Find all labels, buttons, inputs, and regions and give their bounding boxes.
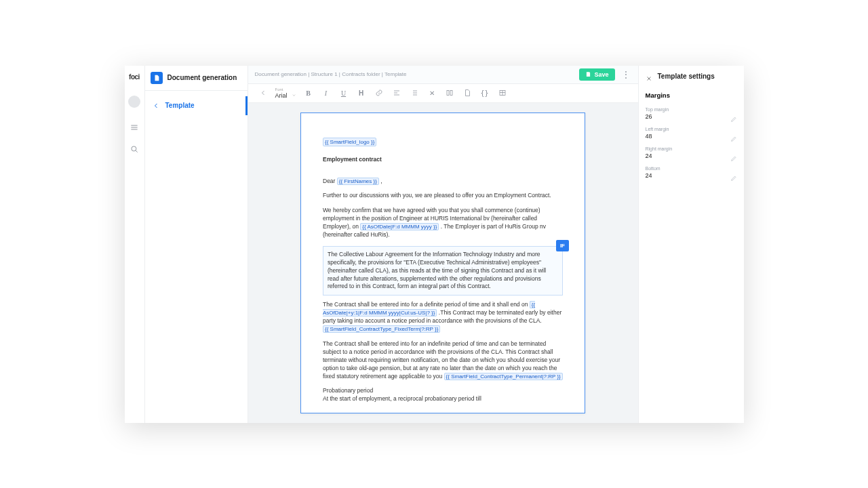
font-label: Font [275, 87, 296, 92]
list-button[interactable] [409, 87, 420, 98]
prev-font-icon[interactable] [258, 87, 269, 98]
menu-icon[interactable] [130, 123, 139, 132]
font-value: Arial [275, 92, 288, 99]
italic-button[interactable]: I [321, 87, 332, 98]
underline-button[interactable]: U [338, 87, 349, 98]
more-menu-icon[interactable]: ⋮ [620, 70, 631, 79]
sidebar-header: Document generation [145, 66, 248, 91]
heading-button[interactable]: H [356, 87, 367, 98]
icon-rail: foci [125, 66, 145, 423]
document-title[interactable]: Employment contract [323, 156, 563, 164]
panel-header: Template settings [639, 66, 744, 87]
svg-rect-1 [447, 91, 449, 96]
center-area: Document generation | Structure 1 | Cont… [248, 66, 638, 423]
svg-rect-2 [450, 91, 452, 96]
conditional-block[interactable]: IF The Collective Labour Agreement for t… [323, 246, 563, 296]
chevron-down-icon [292, 93, 296, 98]
editor-canvas[interactable]: {{ SmartField_logo }} Employment contrac… [248, 103, 638, 423]
panel-title: Template settings [658, 73, 715, 80]
sidebar-title: Document generation [167, 74, 237, 81]
page-button[interactable] [462, 87, 473, 98]
clear-button[interactable]: ✕ [427, 87, 437, 98]
smartfield-firstnames[interactable]: {{ FirstNames }} [337, 178, 379, 185]
smartfield-asofdate[interactable]: {{ AsOfDate|F:d MMMM yyyy }} [360, 223, 439, 230]
smartfield-contract-fixed[interactable]: {{ SmartField_ContractType_FixedTerm|?:R… [323, 325, 440, 333]
margin-row-left: Left margin48 [646, 124, 737, 144]
svg-point-0 [132, 146, 136, 150]
close-icon[interactable] [646, 73, 652, 79]
save-label: Save [594, 71, 608, 78]
code-button[interactable]: {} [479, 87, 490, 98]
margins-heading: Margins [646, 92, 737, 99]
nav-template-label: Template [165, 102, 195, 109]
right-panel: Template settings Margins Top margin26 L… [638, 66, 744, 423]
edit-icon[interactable] [730, 172, 737, 179]
columns-button[interactable] [444, 87, 455, 98]
breadcrumb[interactable]: Document generation | Structure 1 | Cont… [255, 71, 407, 77]
margin-row-top: Top margin26 [646, 104, 737, 124]
nav-template[interactable]: Template [145, 96, 248, 115]
avatar[interactable] [128, 96, 140, 108]
document-body[interactable]: Dear {{ FirstNames }} , Further to our d… [323, 178, 563, 404]
smartfield-contract-perm[interactable]: {{ SmartField_ContractType_Permanent|?:R… [444, 373, 563, 380]
align-button[interactable] [391, 87, 402, 98]
document-page[interactable]: {{ SmartField_logo }} Employment contrac… [300, 113, 585, 413]
editor-toolbar: Font Arial B I U H ✕ {} [248, 84, 638, 103]
margin-row-right: Right margin24 [646, 144, 737, 163]
app-logo: foci [129, 73, 140, 81]
edit-icon[interactable] [730, 113, 737, 120]
smartfield-logo[interactable]: {{ SmartField_logo }} [323, 138, 376, 146]
left-sidebar: Document generation Template [145, 66, 248, 423]
link-button[interactable] [374, 87, 384, 98]
edit-icon[interactable] [730, 152, 737, 159]
margins-section: Margins Top margin26 Left margin48 Right… [639, 87, 744, 183]
search-icon[interactable] [130, 144, 139, 154]
edit-icon[interactable] [730, 133, 737, 140]
breadcrumbs-bar: Document generation | Structure 1 | Cont… [248, 66, 638, 84]
bold-button[interactable]: B [303, 87, 314, 98]
save-button[interactable]: Save [579, 68, 614, 81]
if-tag[interactable]: IF [556, 240, 569, 251]
back-icon [152, 102, 160, 110]
margin-row-bottom: Bottom24 [646, 163, 737, 183]
font-selector[interactable]: Arial [275, 92, 296, 99]
table-button[interactable] [497, 87, 508, 98]
document-icon [151, 72, 163, 84]
